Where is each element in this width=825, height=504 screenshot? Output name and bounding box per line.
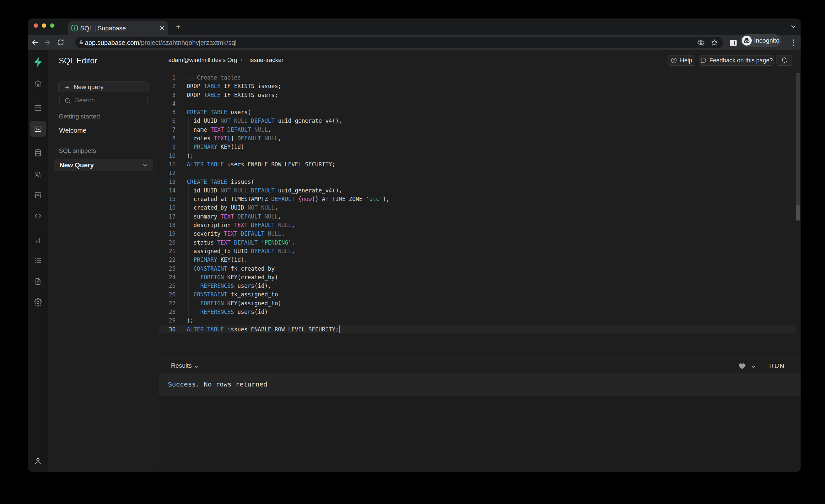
rail-item-database[interactable] [30,145,46,161]
line-number: 1 [159,73,175,82]
notifications-button[interactable] [776,55,792,66]
rail-item-person[interactable] [30,453,46,469]
search-placeholder: Search [75,97,95,104]
line-number: 15 [159,195,175,203]
run-options-chevron-icon[interactable] [750,364,756,371]
code-line[interactable]: 12 [159,169,794,177]
bookmark-star-icon[interactable] [710,39,719,48]
lock-icon[interactable] [79,40,84,46]
code-line[interactable]: 24 FOREIGN KEY(created_by) [159,273,794,282]
rail-item-gear[interactable] [30,294,46,310]
code-line[interactable]: 2DROP TABLE IF EXISTS issues; [159,82,794,90]
code-line[interactable]: 25 REFERENCES users(id), [159,282,794,290]
new-query-button[interactable]: + New query [58,81,149,92]
sidebar: SQL Editor + New query Search Getting st… [48,50,159,472]
code-line[interactable]: 22 PRIMARY KEY(id), [159,256,794,264]
code-line[interactable]: 18 description TEXT DEFAULT NULL, [159,221,794,229]
code-line[interactable]: 9 PRIMARY KEY(id) [159,143,794,151]
code-line[interactable]: 3DROP TABLE IF EXISTS users; [159,91,794,99]
code-text: roles TEXT[] DEFAULT NULL, [187,134,282,143]
rail-item-table[interactable] [30,100,46,116]
browser-tab[interactable]: SQL | Supabase ✕ [68,21,168,35]
side-panel-icon[interactable] [729,39,738,49]
code-line[interactable]: 19 severity TEXT DEFAULT NULL, [159,229,794,238]
code-line[interactable]: 29); [159,316,794,325]
breadcrumb-org[interactable]: adam@windmill.dev's Org [168,57,237,64]
code-line[interactable]: 20 status TEXT DEFAULT 'PENDING', [159,238,794,247]
plus-icon: + [65,83,69,92]
code-line[interactable]: 1-- Create tables [159,73,794,82]
chevron-down-icon[interactable] [142,162,148,168]
rail-item-code[interactable] [30,208,46,224]
sidebar-item-welcome[interactable]: Welcome [59,127,86,134]
rail-item-file[interactable] [30,274,46,289]
feedback-button[interactable]: Feedback on this page? [699,55,774,66]
line-number: 6 [159,117,175,125]
code-line[interactable]: 11ALTER TABLE users ENABLE ROW LEVEL SEC… [159,160,794,169]
text-cursor [339,326,340,333]
code-line[interactable]: 8 roles TEXT[] DEFAULT NULL, [159,134,794,143]
run-button[interactable]: RUN [769,362,785,370]
back-icon[interactable] [31,38,39,47]
code-line[interactable]: 21 assigned_to UUID DEFAULT NULL, [159,247,794,256]
browser-menu-icon[interactable] [789,38,798,49]
new-tab-button[interactable]: + [174,22,182,31]
url-text[interactable]: app.supabase.com/project/azahtnhqohyjerz… [85,39,237,47]
tab-search-chevron-icon[interactable] [790,23,797,32]
code-line[interactable]: 10); [159,151,794,160]
rail-item-storage[interactable] [30,188,46,203]
line-number: 16 [159,203,175,212]
code-line[interactable]: 16 created_by UUID NOT NULL, [159,203,794,212]
tab-title: SQL | Supabase [80,25,126,32]
code-line[interactable]: 14 id UUID NOT NULL DEFAULT uuid_generat… [159,186,794,195]
window-close-button[interactable] [34,23,38,28]
code-text: ); [187,316,194,325]
rail-item-users[interactable] [30,167,46,183]
breadcrumb-project[interactable]: issue-tracker [249,57,284,64]
line-number: 4 [159,99,175,108]
rail-item-list[interactable] [30,253,46,269]
window-zoom-button[interactable] [50,23,55,28]
code-line[interactable]: 23 CONSTRAINT fk_created_by [159,264,794,273]
code-line[interactable]: 17 summary TEXT DEFAULT NULL, [159,212,794,221]
code-line[interactable]: 15 created_at TIMESTAMPTZ DEFAULT (now()… [159,195,794,203]
code-line[interactable]: 28 REFERENCES users(id) [159,308,794,316]
editor-scrollbar-thumb[interactable] [796,205,800,220]
code-line[interactable]: 13CREATE TABLE issues( [159,177,794,186]
code-line[interactable]: 27 FOREIGN KEY(assigned_to) [159,299,794,308]
code-line[interactable]: 4 [159,99,794,108]
favorite-icon[interactable] [738,362,746,371]
editor-scrollbar[interactable] [796,73,800,220]
rail-divider [31,141,45,141]
code-text: DROP TABLE IF EXISTS issues; [187,82,282,90]
code-line[interactable]: 5CREATE TABLE users( [159,108,794,117]
forward-icon[interactable] [43,38,52,47]
rail-item-chart[interactable] [30,232,46,248]
window-minimize-button[interactable] [42,23,46,28]
line-number: 28 [159,308,175,316]
tab-close-icon[interactable]: ✕ [158,24,166,32]
line-number: 25 [159,282,175,290]
rail-divider [31,227,45,227]
bell-icon [781,57,788,64]
help-button[interactable]: Help [668,55,695,66]
line-number: 19 [159,229,175,238]
results-dropdown[interactable]: Results [171,362,192,369]
supabase-logo[interactable] [30,54,46,70]
code-text: FOREIGN KEY(assigned_to) [187,299,282,308]
results-chevron-icon[interactable] [194,364,199,371]
code-line[interactable]: 30ALTER TABLE issues ENABLE ROW LEVEL SE… [159,325,794,334]
code-text: CONSTRAINT fk_assigned_to [187,290,278,299]
sidebar-item-new-query[interactable]: New Query [54,159,153,171]
sql-editor[interactable]: 1-- Create tables2DROP TABLE IF EXISTS i… [159,71,801,358]
search-input[interactable]: Search [59,95,148,105]
code-line[interactable]: 6 id UUID NOT NULL DEFAULT uuid_generate… [159,117,794,125]
address-bar[interactable]: app.supabase.com/project/azahtnhqohyjerz… [75,37,723,48]
rail-item-home[interactable] [30,76,46,91]
reload-icon[interactable] [57,38,65,47]
code-text: PRIMARY KEY(id), [187,256,247,264]
code-line[interactable]: 7 name TEXT DEFAULT NULL, [159,126,794,134]
eye-off-icon[interactable] [697,39,705,48]
code-line[interactable]: 26 CONSTRAINT fk_assigned_to [159,290,794,299]
rail-item-terminal[interactable] [30,121,46,137]
